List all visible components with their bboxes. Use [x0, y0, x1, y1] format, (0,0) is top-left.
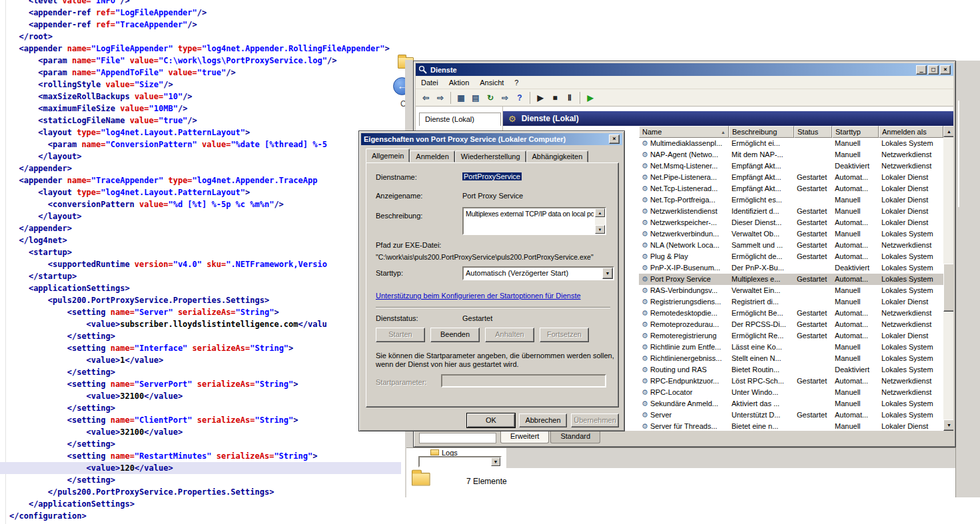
xml-editor[interactable]: <level value="INFO"/> <appender-ref ref=… [0, 0, 401, 524]
starttyp-combobox[interactable]: Automatisch (Verzögerter Start) ▼ [462, 266, 614, 280]
dropdown-arrow-icon[interactable]: ▼ [602, 268, 613, 279]
tab-anmelden[interactable]: Anmelden [410, 150, 455, 162]
startoptions-help-link[interactable]: Unterstützung beim Konfigurieren der Sta… [376, 292, 581, 300]
scroll-down-icon[interactable]: ▼ [595, 225, 605, 234]
code-line[interactable]: </setting> [0, 330, 401, 342]
service-row[interactable]: ⚙PnP-X-IP-Busenum...Der PnP-X-Bu...Deakt… [639, 262, 943, 274]
bernehmen-button[interactable]: Übernehmen [571, 413, 619, 427]
scroll-up-icon[interactable]: ▲ [943, 126, 953, 137]
code-line[interactable]: <applicationSettings> [0, 282, 401, 294]
service-row[interactable]: ⚙Registrierungsdiens...Registriert di...… [639, 296, 943, 308]
textarea-scrollbar[interactable]: ▲ ▼ [595, 208, 605, 234]
code-line[interactable]: <param name="File" value="C:\work\logs\P… [0, 55, 401, 67]
dienstname-value[interactable]: PortProxyService [462, 172, 522, 180]
code-line[interactable]: <setting name="RestartMinutes" serialize… [0, 450, 401, 462]
code-line[interactable]: <value>120</value> [0, 462, 401, 474]
code-line[interactable]: <setting name="ServerPort" serializeAs="… [0, 378, 401, 390]
fortsetzen-button[interactable]: Fortsetzen [540, 328, 589, 342]
beschreibung-textarea[interactable]: Multiplexes external TCP/IP data on loca… [462, 207, 606, 235]
export-list-icon[interactable]: ▤ [468, 91, 483, 105]
code-line[interactable]: </root> [0, 31, 401, 43]
service-row[interactable]: ⚙Remoteprozedurau...Der RPCSS-Di...Gesta… [639, 319, 943, 330]
view-tab-standard[interactable]: Standard [550, 431, 600, 443]
code-line[interactable]: <maximumFileSize value="10MB"/> [0, 103, 401, 115]
service-row[interactable]: ⚙Routing und RASBietet Routin...Deaktivi… [639, 364, 943, 376]
console-tree-root[interactable]: Dienste (Lokal) [419, 113, 501, 126]
export-icon[interactable]: ⇨ [498, 91, 512, 105]
explorer-combobox[interactable]: ▼ [418, 456, 502, 467]
code-line[interactable]: <setting name="ClientPort" serializeAs="… [0, 414, 401, 426]
service-row[interactable]: ⚙NAP-Agent (Netwo...Mit dem NAP-...Manue… [639, 149, 943, 160]
column-header-anmelden-als[interactable]: Anmelden als [879, 126, 943, 138]
beenden-button[interactable]: Beenden [430, 328, 480, 342]
code-line[interactable]: </log4net> [0, 234, 401, 246]
service-row[interactable]: ⚙Multimediaklassenpl...Ermöglicht ei...M… [639, 138, 943, 149]
menu-item-help[interactable]: ? [509, 77, 524, 88]
code-line[interactable]: <level value="INFO"/> [0, 0, 401, 7]
code-line[interactable]: <appender name="LogFileAppender" type="l… [0, 43, 401, 55]
code-line[interactable]: <param name="AppendToFile" value="true"/… [0, 67, 401, 79]
code-line[interactable]: <value>32100</value> [0, 390, 401, 402]
service-row[interactable]: ⚙Net.Msmq-Listener...Empfängt Akt...Deak… [639, 160, 943, 172]
service-row[interactable]: ⚙Sekundäre Anmeld...Aktiviert das ...Man… [639, 398, 943, 409]
service-row[interactable]: ⚙RPC-LocatorUnter Windo...ManuellNetzwer… [639, 387, 943, 398]
menu-item-ansicht[interactable]: Ansicht [474, 77, 509, 88]
code-line[interactable]: </appender> [0, 222, 401, 234]
service-row[interactable]: ⚙Netzwerkspeicher-...Dieser Dienst...Ges… [639, 217, 943, 228]
code-line[interactable]: <appender-ref ref="TraceAppender"/> [0, 19, 401, 31]
column-header-status[interactable]: Status [794, 126, 832, 138]
code-line[interactable]: </applicationSettings> [0, 498, 401, 510]
service-row[interactable]: ⚙Net.Pipe-Listenera...Empfängt Akt...Ges… [639, 172, 943, 183]
abbrechen-button[interactable]: Abbrechen [519, 413, 567, 427]
code-line[interactable]: </configuration> [0, 510, 401, 522]
scrollbar-thumb[interactable] [943, 264, 953, 312]
code-line[interactable]: <appender-ref ref="LogFileAppender"/> [0, 7, 401, 19]
service-row[interactable]: ⚙Port Proxy ServiceMultiplexes e...Gesta… [639, 274, 943, 285]
code-line[interactable]: <setting name="Server" serializeAs="Stri… [0, 306, 401, 318]
help-icon[interactable]: ? [512, 91, 527, 105]
pause-service-icon[interactable]: Ⅱ [562, 91, 577, 105]
code-line[interactable]: <maxSizeRollBackups value="10"/> [0, 91, 401, 103]
tab-wiederherstellung[interactable]: Wiederherstellung [455, 150, 526, 162]
maximize-icon[interactable]: □ [928, 65, 939, 75]
service-row[interactable]: ⚙ServerUnterstützt D...GestartetAutomat.… [639, 409, 943, 421]
anhalten-button[interactable]: Anhalten [485, 328, 534, 342]
code-line[interactable]: <param name="ConversionPattern" value="%… [0, 138, 401, 150]
service-row[interactable]: ⚙Net.Tcp-Listenerad...Empfängt Akt...Ges… [639, 183, 943, 194]
starten-button[interactable]: Starten [376, 328, 425, 342]
menu-item-aktion[interactable]: Aktion [444, 77, 475, 88]
startparameter-input[interactable] [441, 374, 606, 388]
code-line[interactable]: <value>subscriber.lloydslistintelligence… [0, 318, 401, 330]
back-icon[interactable]: ⇦ [418, 91, 433, 105]
scroll-up-icon[interactable]: ▲ [595, 208, 605, 217]
close-icon[interactable]: × [940, 65, 951, 75]
code-line[interactable]: </appender> [0, 162, 401, 174]
refresh-icon[interactable]: ↻ [483, 91, 498, 105]
scroll-down-icon[interactable]: ▼ [943, 419, 953, 431]
service-row[interactable]: ⚙Remotedesktopdie...Ermöglicht Be...Gest… [639, 308, 943, 319]
code-line[interactable]: <puls200.PortProxyService.Properties.Set… [0, 294, 401, 306]
column-header-beschreibung[interactable]: Beschreibung [729, 126, 794, 138]
code-line[interactable]: </layout> [0, 210, 401, 222]
dialog-title-bar[interactable]: Eigenschaften von Port Proxy Service (Lo… [361, 133, 622, 145]
forward-icon[interactable]: ⇨ [433, 91, 448, 105]
service-row[interactable]: ⚙Richtlinienergebniss...Stellt einen N..… [639, 353, 943, 364]
code-line[interactable]: <startup> [0, 246, 401, 258]
view-tab-erweitert[interactable]: Erweitert [500, 431, 549, 443]
code-line[interactable]: <layout type="log4net.Layout.PatternLayo… [0, 186, 401, 198]
code-line[interactable]: </setting> [0, 402, 401, 414]
restart-service-icon[interactable]: ▶ [583, 91, 598, 105]
code-line[interactable]: <setting name="Interface" serializeAs="S… [0, 342, 401, 354]
close-icon[interactable]: × [609, 134, 620, 144]
service-row[interactable]: ⚙RPC-Endpunktzuor...Löst RPC-Sch...Gesta… [639, 376, 943, 387]
code-line[interactable]: <value>32100</value> [0, 426, 401, 438]
service-row[interactable]: ⚙Plug & PlayErmöglicht de...GestartetAut… [639, 251, 943, 262]
ok-button[interactable]: OK [467, 413, 515, 427]
minimize-icon[interactable]: _ [916, 65, 927, 75]
start-service-icon[interactable]: ▶ [533, 91, 548, 105]
code-line[interactable]: </puls200.PortProxyService.Properties.Se… [0, 486, 401, 498]
tab-allgemein[interactable]: Allgemein [366, 148, 410, 162]
service-row[interactable]: ⚙RAS-Verbindungsv...Verwaltet Ein...Manu… [639, 285, 943, 296]
window-title-bar[interactable]: Dienste _□× [416, 63, 953, 76]
service-row[interactable]: ⚙Richtlinie zum Entfe...Lässt eine Ko...… [639, 342, 943, 353]
